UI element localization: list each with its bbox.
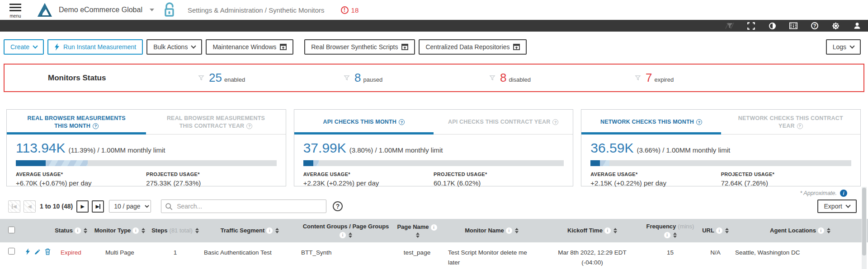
sort-icon[interactable] (673, 232, 677, 238)
help-icon[interactable] (552, 119, 558, 125)
help-icon[interactable] (399, 119, 405, 125)
run-instant-measurement-button[interactable]: Run Instant Measurement (47, 39, 143, 55)
session-info-icon[interactable] (789, 21, 798, 30)
progress-projected (600, 160, 609, 166)
info-icon[interactable] (266, 227, 273, 234)
status-filter-enabled[interactable]: 25 enabled (198, 71, 344, 85)
sort-icon[interactable] (515, 228, 519, 233)
user-icon[interactable] (853, 21, 862, 30)
info-icon[interactable] (340, 232, 346, 238)
column-header-agent-locations[interactable]: Agent Locations (732, 227, 868, 234)
open-window-icon (401, 44, 408, 50)
tab-api-checks-this-month[interactable]: API CHECKS THIS MONTH (294, 110, 434, 134)
status-filter-paused[interactable]: 8 paused (344, 71, 489, 85)
column-label: Traffic Segment (221, 227, 265, 234)
sort-icon[interactable] (195, 228, 199, 233)
search-input[interactable] (161, 199, 326, 213)
sort-icon[interactable] (275, 228, 279, 233)
progress-projected (46, 160, 88, 166)
column-header-monitor-name[interactable]: Monitor Name (441, 227, 542, 234)
column-header-content-groups[interactable]: Content Groups / Page Groups (298, 223, 393, 238)
info-icon[interactable] (132, 227, 139, 234)
tab-api-checks-contract-year[interactable]: API CHECKS THIS CONTRACT YEAR (434, 110, 573, 134)
tab-real-browser-this-month[interactable]: REAL BROWSER MEASUREMENTS THIS MONTH (7, 110, 146, 134)
status-filter-disabled[interactable]: 8 disabled (489, 71, 635, 85)
info-icon[interactable] (664, 232, 670, 238)
info-icon[interactable] (716, 227, 722, 234)
status-filter-expired[interactable]: 7 expired (635, 71, 780, 85)
fullscreen-icon[interactable] (746, 21, 755, 30)
sort-icon[interactable] (349, 232, 352, 238)
real-browser-synthetic-scripts-button[interactable]: Real Browser Synthetic Scripts (304, 39, 415, 55)
filter-icon[interactable] (725, 21, 734, 30)
sort-icon[interactable] (827, 228, 830, 233)
page-size-select[interactable]: 10 / page (109, 200, 151, 213)
column-header-page-name[interactable]: Page Name (393, 223, 441, 237)
select-all-checkbox[interactable] (8, 227, 15, 233)
usage-value: 37.99K (303, 140, 346, 156)
centralized-data-repositories-button[interactable]: Centralized Data Repositories (419, 39, 527, 55)
stat-value: +2.23K (+0.22%) per day (303, 179, 434, 187)
status-count: 7 (646, 71, 652, 85)
column-header-traffic-segment[interactable]: Traffic Segment (201, 227, 298, 234)
status-label: expired (654, 76, 674, 83)
alerts-indicator[interactable]: 18 (341, 6, 359, 14)
menu-button[interactable]: menu (6, 2, 24, 19)
delete-button[interactable] (45, 248, 51, 255)
create-button[interactable]: Create (4, 39, 44, 55)
export-button[interactable]: Export (817, 199, 857, 213)
breadcrumb: Settings & Administration / Synthetic Mo… (188, 6, 325, 14)
info-icon[interactable] (604, 227, 611, 234)
utility-toolbar (0, 20, 868, 32)
account-selector[interactable]: Demo eCommerce Global (59, 6, 154, 14)
previous-page-button[interactable]: ◀ (24, 200, 36, 213)
open-window-icon (280, 44, 287, 50)
bulk-actions-button[interactable]: Bulk Actions (146, 39, 202, 55)
help-icon[interactable] (797, 123, 803, 129)
first-page-button[interactable]: ◀ (8, 200, 20, 213)
sort-icon[interactable] (142, 228, 145, 233)
contrast-icon[interactable] (768, 21, 777, 30)
sort-icon[interactable] (613, 228, 617, 233)
chevron-down-icon (150, 9, 154, 11)
unlocked-padlock-icon (162, 2, 176, 18)
usage-detail: (3.80%) / 1.00MM monthly limit (349, 146, 443, 154)
maintenance-windows-button[interactable]: Maintenance Windows (206, 39, 293, 55)
logs-button[interactable]: Logs (826, 39, 861, 55)
column-header-status[interactable]: Status (52, 227, 90, 234)
column-header-steps[interactable]: Steps (81 total) (149, 227, 201, 234)
vertical-scrollbar[interactable] (862, 187, 867, 269)
run-now-button[interactable] (25, 248, 30, 255)
logs-label: Logs (833, 43, 846, 51)
trash-icon (45, 248, 51, 255)
next-page-button[interactable]: ▶ (76, 200, 89, 213)
info-icon[interactable] (506, 227, 512, 234)
sort-icon[interactable] (84, 228, 87, 233)
info-icon[interactable] (431, 224, 437, 231)
column-label: Agent Locations (770, 227, 816, 234)
last-page-button[interactable]: ▶ (92, 200, 104, 213)
info-icon[interactable] (818, 227, 824, 234)
info-icon[interactable] (75, 227, 81, 234)
sort-icon[interactable] (725, 228, 729, 233)
column-header-frequency[interactable]: Frequency (mins) (642, 223, 698, 238)
column-header-kickoff-time[interactable]: Kickoff Time (542, 227, 642, 234)
help-icon[interactable] (93, 123, 99, 129)
average-usage-stat: AVERAGE USAGE* +6.70K (+0.67%) per day (16, 172, 146, 187)
column-header-url[interactable]: URL (698, 227, 732, 234)
help-icon[interactable] (333, 201, 343, 211)
sort-icon[interactable] (416, 232, 420, 238)
info-icon[interactable] (840, 190, 847, 197)
settings-gear-icon[interactable] (831, 21, 840, 30)
edit-button[interactable] (34, 249, 41, 255)
help-icon[interactable] (246, 123, 252, 129)
scrollbar-thumb[interactable] (862, 188, 866, 255)
help-icon[interactable] (810, 21, 819, 30)
help-icon[interactable] (696, 119, 702, 125)
row-checkbox[interactable] (8, 248, 15, 255)
tab-network-checks-this-month[interactable]: NETWORK CHECKS THIS MONTH (581, 110, 721, 134)
tab-network-checks-contract-year[interactable]: NETWORK CHECKS THIS CONTRACT YEAR (721, 110, 860, 134)
usage-progress-bar (303, 160, 564, 166)
column-header-monitor-type[interactable]: Monitor Type (90, 227, 149, 234)
tab-real-browser-contract-year[interactable]: REAL BROWSER MEASUREMENTS THIS CONTRACT … (146, 110, 285, 134)
